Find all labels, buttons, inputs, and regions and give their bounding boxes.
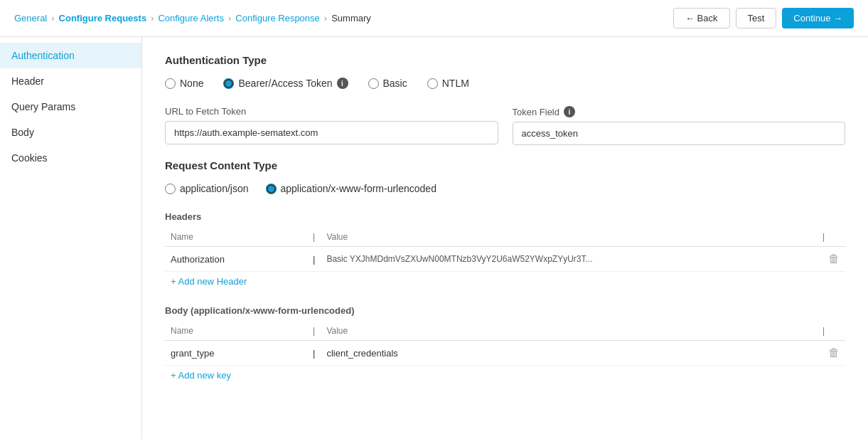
body-action-cell: 🗑 — [817, 341, 845, 366]
topbar-actions: ← Back Test Continue → — [673, 8, 854, 28]
content-type-json[interactable]: application/json — [165, 183, 249, 194]
auth-radio-basic[interactable] — [368, 78, 379, 89]
header-action-cell: 🗑 — [817, 247, 845, 272]
headers-section: Headers Name | Value | Authorization | B… — [165, 211, 845, 291]
url-input[interactable] — [165, 121, 498, 144]
table-row: Authorization | Basic YXJhMDdmVsZXUwN00M… — [165, 247, 845, 272]
auth-radio-none[interactable] — [165, 78, 176, 89]
sidebar-item-authentication[interactable]: Authentication — [0, 43, 141, 68]
breadcrumb-sep4: › — [324, 13, 327, 23]
url-label: URL to Fetch Token — [165, 106, 498, 117]
header-value-cell: Basic YXJhMDdmVsZXUwN00MTNzb3VyY2U6aW52Y… — [321, 247, 817, 272]
body-name-cell: grant_type — [165, 341, 307, 366]
body-value-cell: client_credentials — [321, 341, 817, 366]
headers-col-value: Value — [321, 228, 817, 247]
continue-button[interactable]: Continue → — [782, 8, 854, 28]
body-col-name: Name — [165, 322, 307, 341]
breadcrumb-sep1: › — [51, 13, 54, 23]
body-label: Body (application/x-www-form-urlencoded) — [165, 305, 845, 316]
token-field-input[interactable] — [513, 122, 846, 145]
breadcrumb-configure-response[interactable]: Configure Response — [235, 13, 320, 23]
auth-label-basic: Basic — [383, 78, 407, 89]
content-type-title: Request Content Type — [165, 159, 845, 171]
main-content: Authentication Type None Bearer/Access T… — [142, 37, 868, 439]
sidebar-item-query-params[interactable]: Query Params — [0, 94, 141, 120]
breadcrumb-configure-requests[interactable]: Configure Requests — [59, 13, 147, 23]
test-button[interactable]: Test — [736, 8, 777, 28]
sidebar-item-header[interactable]: Header — [0, 68, 141, 94]
body-delete-icon[interactable]: 🗑 — [828, 347, 840, 359]
auth-radio-ntlm[interactable] — [427, 78, 438, 89]
auth-radio-bearer[interactable] — [223, 78, 234, 89]
breadcrumb-general[interactable]: General — [14, 13, 47, 23]
sidebar-item-body[interactable]: Body — [0, 120, 141, 145]
token-field-info-icon[interactable]: i — [564, 106, 575, 117]
body-sep-cell: | — [307, 341, 321, 366]
body-col-action: | — [817, 322, 845, 341]
header-name-cell: Authorization — [165, 247, 307, 272]
breadcrumb: General › Configure Requests › Configure… — [14, 13, 371, 23]
auth-label-bearer: Bearer/Access Token — [238, 78, 332, 89]
auth-label-ntlm: NTLM — [442, 78, 469, 89]
body-col-sep: | — [307, 322, 321, 341]
content-type-label-urlencoded: application/x-www-form-urlencoded — [281, 183, 436, 194]
breadcrumb-summary: Summary — [331, 13, 371, 23]
add-header-link[interactable]: + Add new Header — [165, 272, 252, 291]
headers-col-action: | — [817, 228, 845, 247]
header-sep-cell: | — [307, 247, 321, 272]
auth-option-basic[interactable]: Basic — [368, 78, 407, 89]
table-row: grant_type | client_credentials 🗑 — [165, 341, 845, 366]
content-type-radio-json[interactable] — [165, 184, 176, 194]
auth-option-bearer[interactable]: Bearer/Access Token i — [223, 78, 348, 89]
token-field-label: Token Field i — [513, 106, 846, 117]
add-key-link[interactable]: + Add new key — [165, 366, 237, 385]
back-button[interactable]: ← Back — [673, 8, 730, 28]
content-type-urlencoded[interactable]: application/x-www-form-urlencoded — [266, 183, 436, 194]
auth-type-title: Authentication Type — [165, 54, 845, 66]
auth-type-group: None Bearer/Access Token i Basic NTLM — [165, 78, 845, 89]
content-type-section: Request Content Type application/json ap… — [165, 159, 845, 194]
auth-option-ntlm[interactable]: NTLM — [427, 78, 469, 89]
headers-table: Name | Value | Authorization | Basic YXJ… — [165, 228, 845, 272]
content-type-label-json: application/json — [180, 183, 249, 194]
headers-label: Headers — [165, 211, 845, 222]
auth-option-none[interactable]: None — [165, 78, 203, 89]
layout: Authentication Header Query Params Body … — [0, 37, 868, 439]
breadcrumb-configure-alerts[interactable]: Configure Alerts — [158, 13, 224, 23]
breadcrumb-sep3: › — [228, 13, 231, 23]
body-section: Body (application/x-www-form-urlencoded)… — [165, 305, 845, 385]
header-delete-icon[interactable]: 🗑 — [828, 253, 840, 265]
bearer-info-icon[interactable]: i — [337, 78, 348, 89]
url-token-row: URL to Fetch Token Token Field i — [165, 106, 845, 145]
body-col-value: Value — [321, 322, 817, 341]
sidebar: Authentication Header Query Params Body … — [0, 37, 142, 439]
body-table: Name | Value | grant_type | client_crede… — [165, 322, 845, 366]
sidebar-item-cookies[interactable]: Cookies — [0, 145, 141, 171]
content-type-group: application/json application/x-www-form-… — [165, 183, 845, 194]
topbar: General › Configure Requests › Configure… — [0, 0, 868, 37]
headers-col-name: Name — [165, 228, 307, 247]
headers-col-sep: | — [307, 228, 321, 247]
token-field-group: Token Field i — [513, 106, 846, 145]
auth-label-none: None — [180, 78, 203, 89]
url-group: URL to Fetch Token — [165, 106, 498, 145]
breadcrumb-sep2: › — [151, 13, 154, 23]
content-type-radio-urlencoded[interactable] — [266, 184, 277, 194]
